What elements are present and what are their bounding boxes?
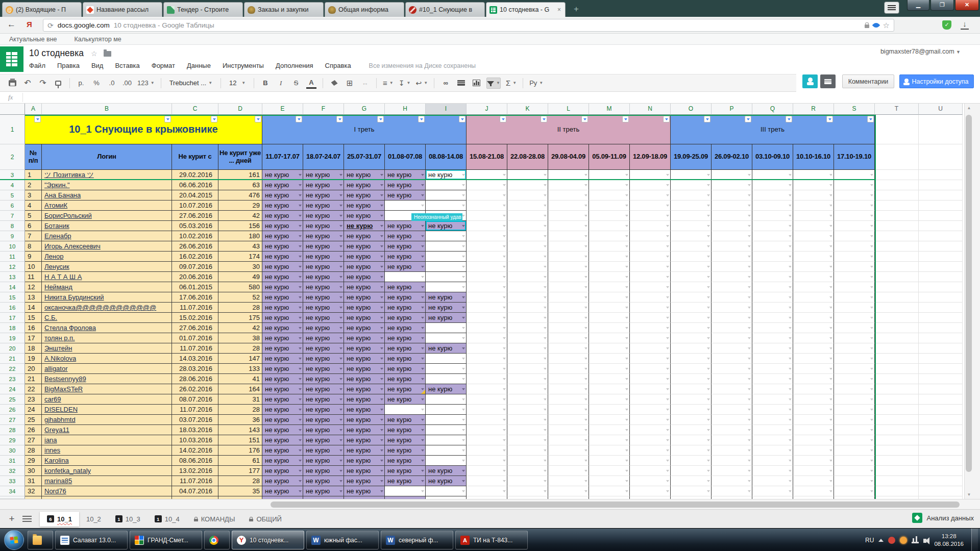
week-cell[interactable]: не курю [385,231,426,241]
login-link[interactable]: iana [44,436,57,444]
dropdown-arrow-icon[interactable] [544,378,547,382]
dropdown-arrow-icon[interactable] [503,225,506,229]
dropdown-arrow-icon[interactable] [380,174,383,178]
dropdown-arrow-icon[interactable] [421,296,424,300]
empty-week-cell[interactable] [712,231,752,241]
dropdown-arrow-icon[interactable] [829,174,832,178]
week-cell[interactable] [385,486,426,496]
dropdown-arrow-icon[interactable] [544,307,547,310]
grid-corner[interactable] [0,104,25,115]
empty-week-cell[interactable] [507,201,548,211]
dropdown-arrow-icon[interactable] [829,215,832,218]
dropdown-arrow-icon[interactable] [299,449,302,453]
num-cell[interactable]: 20 [25,364,42,374]
dropdown-arrow-icon[interactable] [380,245,383,249]
dropdown-arrow-icon[interactable] [666,205,669,208]
empty-week-cell[interactable] [467,180,507,190]
empty-week-cell[interactable] [630,303,671,313]
explore-button[interactable]: Анализ данных [912,513,974,523]
week-cell[interactable]: не курю [344,231,385,241]
dropdown-arrow-icon[interactable] [584,490,587,494]
dropdown-arrow-icon[interactable] [421,327,424,331]
dropdown-arrow-icon[interactable] [748,490,751,494]
week-cell[interactable]: не курю [385,333,426,343]
week-cell[interactable] [426,354,467,364]
empty-week-cell[interactable] [793,282,834,292]
clock[interactable]: 13:2808.08.2016 [934,533,964,548]
dropdown-arrow-icon[interactable] [870,225,873,229]
dropdown-arrow-icon[interactable] [503,245,506,249]
dropdown-arrow-icon[interactable] [666,378,669,382]
empty-week-cell[interactable] [467,476,507,486]
browser-tab-6[interactable]: #10_1 Снующие в [405,2,485,17]
sheet-tab-10_2[interactable]: 10_2 [79,512,108,527]
days-cell[interactable]: 36 [218,415,262,425]
row-header-30[interactable]: 30 [0,445,25,456]
column-header-C[interactable]: C [172,104,218,115]
week-cell[interactable]: не курю [385,476,426,486]
week-cell[interactable] [426,486,467,496]
week-cell[interactable]: не курю [385,282,426,292]
dropdown-arrow-icon[interactable] [339,307,342,310]
dropdown-arrow-icon[interactable] [625,439,628,443]
dropdown-arrow-icon[interactable] [544,194,547,198]
row-header-18[interactable]: 18 [0,323,25,333]
star-document-icon[interactable]: ☆ [91,49,97,58]
empty-week-cell[interactable] [507,486,548,496]
empty-week-cell[interactable] [507,272,548,282]
share-button[interactable]: Настройки доступа [899,74,974,88]
dropdown-arrow-icon[interactable] [748,225,751,229]
dropdown-arrow-icon[interactable] [462,266,465,269]
num-cell[interactable]: 10 [25,262,42,272]
dropdown-arrow-icon[interactable] [462,256,465,259]
dropdown-arrow-icon[interactable] [584,174,587,178]
empty-cell[interactable] [919,486,963,496]
empty-cell[interactable] [875,272,919,282]
dropdown-arrow-icon[interactable] [829,307,832,310]
adblock-shield-icon[interactable]: ✓ [942,20,951,30]
row-header-22[interactable]: 22 [0,364,25,374]
dropdown-arrow-icon[interactable] [707,368,710,371]
dropdown-arrow-icon[interactable] [503,327,506,331]
week-cell[interactable]: не курю [385,415,426,425]
dropdown-arrow-icon[interactable] [584,358,587,361]
empty-week-cell[interactable] [793,303,834,313]
row-header-17[interactable]: 17 [0,313,25,323]
empty-week-cell[interactable] [589,180,630,190]
dropdown-arrow-icon[interactable] [584,307,587,310]
dropdown-arrow-icon[interactable] [503,266,506,269]
dropdown-arrow-icon[interactable] [544,358,547,361]
browser-tab-2[interactable]: Название рассыл [83,2,162,17]
dropdown-arrow-icon[interactable] [462,378,465,382]
dropdown-arrow-icon[interactable] [339,184,342,188]
week-header-12[interactable]: 26.09-02.10 [712,144,752,170]
dropdown-arrow-icon[interactable] [421,378,424,382]
week-header-9[interactable]: 05.09-11.09 [589,144,630,170]
dropdown-arrow-icon[interactable] [584,266,587,269]
empty-cell[interactable] [875,476,919,486]
taskbar-button-южный фас...[interactable]: Wюжный фас... [306,531,379,549]
empty-week-cell[interactable] [548,190,589,201]
empty-week-cell[interactable] [548,394,589,405]
dropdown-arrow-icon[interactable] [789,460,792,463]
dropdown-arrow-icon[interactable] [870,337,873,341]
dropdown-arrow-icon[interactable] [421,174,424,178]
dropdown-arrow-icon[interactable] [829,194,832,198]
filter-dropdown-button[interactable] [867,116,874,122]
empty-week-cell[interactable] [752,262,793,272]
empty-week-cell[interactable] [752,384,793,394]
filter-dropdown-button[interactable] [296,116,302,122]
dropdown-arrow-icon[interactable] [421,245,424,249]
dropdown-arrow-icon[interactable] [462,245,465,249]
column-header-M[interactable]: M [589,104,630,115]
dropdown-arrow-icon[interactable] [462,409,465,412]
dropdown-arrow-icon[interactable] [707,194,710,198]
login-link[interactable]: Никита Бурдинский [44,293,104,301]
empty-week-cell[interactable] [834,466,875,476]
dropdown-arrow-icon[interactable] [544,388,547,392]
week-cell[interactable]: не курю [303,425,344,435]
dropdown-arrow-icon[interactable] [748,327,751,331]
dropdown-arrow-icon[interactable] [625,347,628,351]
filter-dropdown-button[interactable] [211,116,217,122]
dropdown-arrow-icon[interactable] [544,276,547,280]
